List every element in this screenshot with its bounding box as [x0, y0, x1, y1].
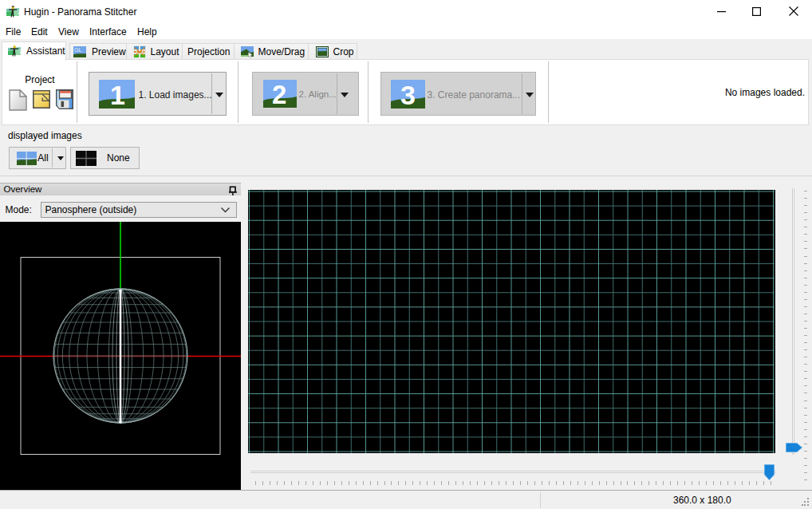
- svg-text:1: 1: [110, 80, 125, 109]
- svg-text:2: 2: [272, 80, 286, 108]
- svg-text:3: 3: [400, 80, 416, 109]
- svg-text:GL: GL: [74, 47, 81, 53]
